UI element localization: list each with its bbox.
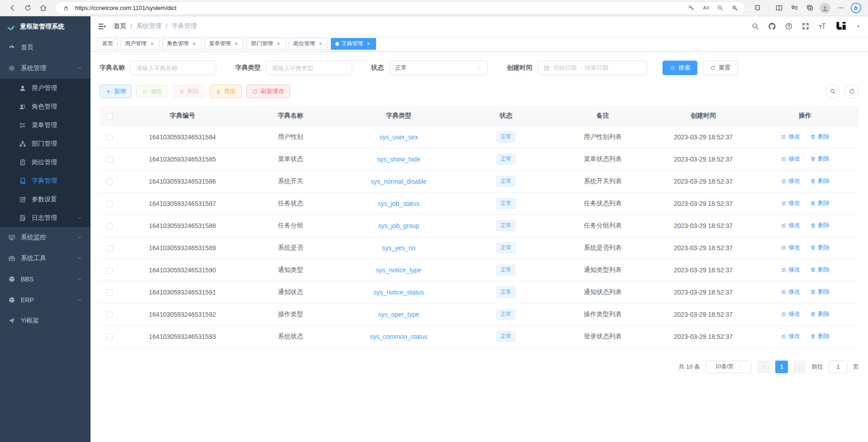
sidebar-item-home[interactable]: 首页 [0, 37, 91, 58]
search-button[interactable]: 搜索 [663, 61, 697, 75]
row-delete-link[interactable]: 删除 [810, 199, 830, 207]
sidebar-item-post-mgmt[interactable]: 岗位管理 [0, 153, 91, 171]
key-icon[interactable] [686, 3, 696, 14]
row-delete-link[interactable]: 删除 [810, 243, 830, 252]
row-edit-link[interactable]: 修改 [781, 221, 800, 229]
zoom-out-icon[interactable] [715, 3, 725, 14]
row-edit-link[interactable]: 修改 [781, 133, 800, 141]
row-delete-link[interactable]: 删除 [810, 221, 830, 229]
dict-type-link[interactable]: sys_yes_no [336, 237, 462, 259]
row-delete-link[interactable]: 删除 [810, 288, 830, 296]
row-delete-link[interactable]: 删除 [810, 332, 830, 340]
address-bar[interactable]: https://ccnetcore.com:1101/system/dict [55, 2, 745, 14]
fullscreen-icon[interactable] [801, 22, 810, 30]
dict-type-link[interactable]: sys_common_status [336, 325, 462, 347]
font-size-icon[interactable] [818, 22, 826, 30]
tab-menu-mgmt[interactable]: 菜单管理× [205, 38, 244, 50]
select-all-checkbox[interactable] [106, 113, 113, 119]
dict-type-link[interactable]: sys_job_group [336, 214, 462, 237]
close-icon[interactable]: × [275, 41, 281, 47]
row-edit-link[interactable]: 修改 [781, 332, 800, 340]
status-select[interactable]: 正常 [389, 61, 488, 75]
row-checkbox[interactable] [106, 179, 113, 185]
profile-avatar[interactable] [818, 1, 832, 15]
row-edit-link[interactable]: 修改 [781, 266, 800, 274]
sidebar-item-param-settings[interactable]: 参数设置 [0, 190, 91, 209]
collections-icon[interactable] [787, 1, 801, 15]
row-edit-link[interactable]: 修改 [781, 199, 800, 207]
row-checkbox[interactable] [106, 157, 113, 163]
tab-post-mgmt[interactable]: 岗位管理× [289, 38, 328, 50]
row-checkbox[interactable] [106, 334, 113, 340]
refresh-table-button[interactable] [844, 84, 859, 99]
page-size-select[interactable]: 10条/页 [706, 361, 752, 373]
user-logo-avatar[interactable] [835, 20, 847, 33]
sidebar-item-menu-mgmt[interactable]: 菜单管理 [0, 116, 91, 134]
tab-role-mgmt[interactable]: 角色管理× [162, 38, 202, 50]
close-icon[interactable]: × [149, 41, 155, 47]
back-icon[interactable] [5, 1, 19, 15]
close-icon[interactable]: × [365, 41, 372, 47]
read-aloud-icon[interactable] [700, 3, 711, 14]
bing-chat-icon[interactable]: b [849, 1, 863, 15]
row-delete-link[interactable]: 删除 [810, 310, 830, 318]
tab-home[interactable]: 首页 [98, 38, 118, 50]
sidebar-item-system[interactable]: 系统管理 [0, 58, 91, 79]
row-delete-link[interactable]: 删除 [810, 177, 830, 185]
row-edit-link[interactable]: 修改 [781, 310, 800, 318]
more-icon[interactable] [834, 1, 847, 15]
dict-type-link[interactable]: sys_show_hide [336, 148, 462, 170]
page-number-1[interactable]: 1 [775, 361, 788, 373]
breadcrumb-home[interactable]: 首页 [114, 22, 126, 30]
tab-groups-icon[interactable] [803, 1, 816, 15]
row-delete-link[interactable]: 删除 [810, 266, 830, 274]
delete-button[interactable]: 删除 [173, 85, 205, 98]
row-edit-link[interactable]: 修改 [781, 155, 800, 163]
sidebar-item-dept-mgmt[interactable]: 部门管理 [0, 134, 91, 153]
close-icon[interactable]: × [233, 41, 239, 47]
sidebar-item-bbs[interactable]: BBS [0, 269, 91, 290]
reload-icon[interactable] [21, 1, 34, 15]
row-checkbox[interactable] [106, 290, 113, 296]
github-icon[interactable] [768, 22, 776, 30]
row-checkbox[interactable] [106, 201, 113, 207]
row-checkbox[interactable] [106, 223, 113, 229]
close-icon[interactable]: × [317, 41, 324, 47]
row-checkbox[interactable] [106, 134, 113, 141]
sidebar-item-log-mgmt[interactable]: 日志管理 [0, 209, 91, 227]
sidebar-item-monitor[interactable]: 系统监控 [0, 227, 91, 248]
row-edit-link[interactable]: 修改 [781, 243, 800, 252]
refresh-cache-button[interactable]: 刷新缓存 [246, 85, 290, 98]
row-edit-link[interactable]: 修改 [781, 288, 800, 296]
row-edit-link[interactable]: 修改 [781, 177, 800, 185]
show-search-toggle-button[interactable] [825, 84, 840, 99]
sidebar-item-erp[interactable]: ERP [0, 290, 91, 310]
dict-type-link[interactable]: sys_notice_type [336, 259, 462, 281]
prev-page-button[interactable] [757, 361, 770, 373]
next-page-button[interactable] [793, 361, 806, 373]
caret-down-icon[interactable] [856, 24, 861, 29]
sidebar-item-dict-mgmt[interactable]: 字典管理 [0, 171, 91, 190]
sidebar-item-role-mgmt[interactable]: 角色管理 [0, 97, 91, 116]
help-icon[interactable] [785, 22, 793, 30]
date-range-picker[interactable]: 开始日期 - 结束日期 [538, 61, 647, 75]
sidebar-item-yi-framework[interactable]: Yi框架 [0, 310, 91, 331]
row-checkbox[interactable] [106, 312, 113, 318]
split-screen-icon[interactable] [772, 1, 786, 15]
sidebar-item-user-mgmt[interactable]: 用户管理 [0, 79, 91, 97]
dict-type-link[interactable]: sys_normal_disable [336, 170, 462, 192]
dict-type-link[interactable]: sys_oper_type [336, 303, 462, 325]
extensions-icon[interactable] [751, 1, 764, 15]
collapse-sidebar-icon[interactable] [98, 22, 106, 31]
dict-type-link[interactable]: sys_user_sex [336, 126, 462, 148]
tab-dict-mgmt[interactable]: 字典管理× [331, 38, 376, 50]
row-checkbox[interactable] [106, 267, 113, 274]
dict-type-link[interactable]: sys_job_status [336, 192, 462, 214]
dict-type-input[interactable] [272, 65, 346, 71]
add-favorite-icon[interactable] [729, 3, 740, 14]
tab-user-mgmt[interactable]: 用户管理× [120, 38, 160, 50]
reset-button[interactable]: 重置 [703, 61, 738, 75]
dict-type-link[interactable]: sys_notice_status [336, 281, 462, 303]
row-delete-link[interactable]: 删除 [810, 133, 830, 141]
edit-button[interactable]: 修改 [136, 85, 168, 98]
